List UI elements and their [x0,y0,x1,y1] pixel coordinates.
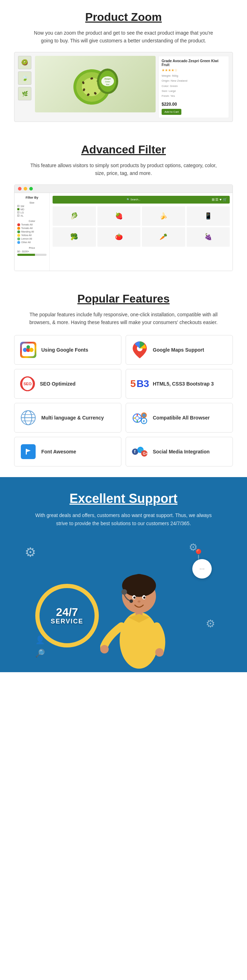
product-price: $220.00 [162,102,226,107]
filter-icons: ⊞ ☰ ♥ 🛒 [212,197,227,202]
filter-sidebar: Filter By Size SM MD LG XL Color Tomato … [14,193,50,271]
support-person-figure [100,555,178,672]
mockup-titlebar [14,185,233,193]
size-sm[interactable]: SM [17,205,47,207]
product-card-2[interactable]: 🍓 [97,207,141,226]
gear-top-left-icon: ⚙ [25,545,36,560]
svg-text:Zespri: Zespri [104,78,111,80]
color-red[interactable]: Tomato All [17,223,47,226]
feature-card-seo: SEO SEO Optimized [14,369,121,399]
location-pin-icon: 📍 [192,549,205,560]
product-card-8[interactable]: 🍇 [187,227,230,247]
clock-circle: 24/7 SERVICE [35,584,99,648]
svg-rect-33 [23,447,33,457]
color-filter-group: Color Tomato All Tomato All Manding All … [17,220,47,244]
svg-point-53 [155,648,164,657]
svg-point-52 [100,645,109,654]
product-card-3[interactable]: 🍌 [142,207,185,226]
price-label: Price [17,247,47,249]
feature-card-google-maps: Google Maps Support [126,335,233,365]
filter-main-content: 🔍 Search... ⊞ ☰ ♥ 🛒 🥬 🍓 🍌 📱 🥦 🍅 🥕 🍇 [50,193,233,271]
svg-point-19 [29,348,33,352]
product-card-5[interactable]: 🥦 [52,227,96,247]
chat-bubble: ··· [192,559,212,579]
size-md[interactable]: MD [17,208,47,211]
svg-text:Kiwi: Kiwi [106,83,109,86]
feature-card-google-fonts: Using Google Fonts [14,335,121,365]
popular-features-description: The popular features include fully respo… [28,311,219,326]
support-description: With great deals and offers, customers a… [35,511,212,527]
thumb-1[interactable]: 🥝 [18,56,32,69]
svg-point-47 [133,597,136,599]
filter-by-label: Filter By [17,196,47,199]
feature-card-social: f 🐦 G+ Social Media Integration [126,437,233,466]
person-icon: 🔎 [35,649,45,658]
feature-card-browser: e Compatibile All Browser [126,403,233,433]
product-detail-title: Grade Avocado Zespri Green Kiwi Fruit [162,59,226,67]
google-fonts-icon [20,342,36,358]
browser-label: Compatibile All Browser [153,415,210,421]
color-blue[interactable]: Other All [17,241,47,244]
product-card-4[interactable]: 📱 [187,207,230,226]
chat-dots: ··· [200,565,205,573]
color-green2[interactable]: Lemon All [17,237,47,240]
close-dot [18,187,22,191]
thumb-3[interactable]: 🌿 [18,87,32,100]
svg-point-55 [130,600,133,603]
multilang-label: Multi language & Currency [41,415,104,421]
svg-text:e: e [143,419,145,423]
color-orange[interactable]: Tomato All [17,227,47,230]
social-icon: f 🐦 G+ [131,444,148,460]
html5-label: HTML5, CSS3 Bootstrap 3 [153,380,214,387]
price-slider[interactable] [17,254,47,256]
svg-point-45 [133,574,146,587]
gear-bottom-right-icon: ⚙ [206,617,215,630]
add-to-cart-button[interactable]: Add to Cart [162,109,181,115]
product-card-1[interactable]: 🥬 [52,207,96,226]
svg-point-28 [136,416,139,420]
price-range: $0 - $100+ [17,250,47,253]
size-xl[interactable]: XL [17,215,47,217]
support-person-svg [100,555,178,672]
size-lg[interactable]: LG [17,212,47,214]
feature-card-font-awesome: Font Awesome [14,437,121,466]
price-filter-group: Price $0 - $100+ [17,247,47,256]
html5-icon: 5 B3 [131,375,148,392]
filter-mockup: Filter By Size SM MD LG XL Color Tomato … [14,185,233,271]
thumb-2[interactable]: 🍃 [18,72,32,85]
product-zoom-mockup: 🥝 🍃 🌿 [14,52,233,122]
color-green[interactable]: Manding All [17,231,47,233]
svg-point-20 [27,345,30,349]
product-zoom-title: Product Zoom [14,11,233,24]
features-grid: Using Google Fonts Google Maps Support S… [14,335,233,466]
feature-card-multilang: Multi language & Currency [14,403,121,433]
product-zoom-description: Now you can zoom the product and get to … [28,29,219,45]
maximize-dot [29,187,33,191]
multilang-icon [20,410,36,426]
minimize-dot [24,187,27,191]
browser-icon: e [131,410,148,426]
svg-rect-34 [26,449,27,455]
user-icon: 👤 [35,635,45,644]
profile-icons: 👤 🔎 [35,635,45,658]
product-zoom-section: Product Zoom Now you can zoom the produc… [0,0,247,129]
filter-search-bar[interactable]: 🔍 Search... ⊞ ☰ ♥ 🛒 [52,196,230,204]
social-label: Social Media Integration [153,449,210,455]
support-illustration: ⚙ ⚙ ⚙ 📍 ··· 24/7 SERVICE 👤 🔎 [14,538,233,672]
svg-point-50 [138,600,141,603]
size-label: Size [17,202,47,204]
seo-icon: SEO [20,376,35,391]
color-label: Color [17,220,47,222]
seo-label: SEO Optimized [40,380,76,387]
product-detail-info: Weight: 500g Origin: New Zealand Color: … [162,73,226,99]
zoom-thumbnails: 🥝 🍃 🌿 [18,56,32,118]
svg-point-54 [121,589,127,595]
product-card-7[interactable]: 🥕 [142,227,185,247]
product-card-6[interactable]: 🍅 [97,227,141,247]
service-hours: 24/7 [56,606,78,618]
search-placeholder-text: 🔍 Search... [55,198,212,201]
color-yellow[interactable]: Yellow All [17,234,47,237]
svg-point-30 [142,414,146,417]
filter-mockup-body: Filter By Size SM MD LG XL Color Tomato … [14,193,233,271]
product-detail-panel: Grade Avocado Zespri Green Kiwi Fruit ★★… [158,56,229,118]
